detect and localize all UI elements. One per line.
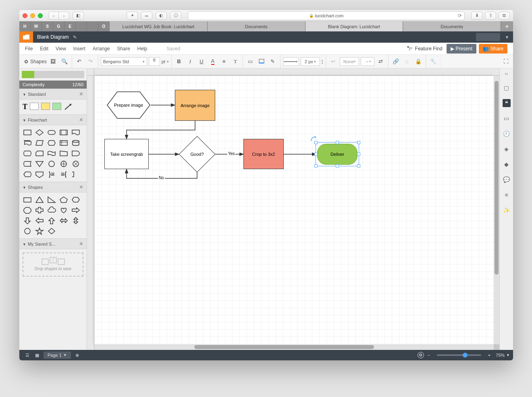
storage-icon[interactable]: ≡ [503, 191, 511, 199]
shape-offpage[interactable] [35, 170, 44, 178]
shape-pentagon[interactable] [59, 196, 69, 204]
line-style-select[interactable]: ▾ [283, 57, 299, 66]
underline-button[interactable]: U [197, 57, 206, 66]
node-crop[interactable]: Crop to 3x2 [243, 139, 284, 169]
arrow-end-select[interactable]: → ▾ [361, 57, 374, 66]
tab-group-s[interactable]: S [42, 21, 53, 31]
section-shapes-header[interactable]: ▼Shapes ✕ [19, 182, 87, 192]
border-color-button[interactable] [257, 57, 266, 66]
shape-merge[interactable] [35, 160, 44, 168]
quote-icon[interactable]: ❝ [503, 99, 511, 107]
shape-terminator[interactable] [47, 128, 56, 136]
shape-delay[interactable] [71, 149, 81, 157]
history-icon[interactable]: 🕘 [503, 130, 511, 138]
shape-rtri[interactable] [47, 196, 56, 204]
browser-tab[interactable]: Documents [208, 21, 305, 31]
arrow-tool[interactable] [64, 103, 73, 111]
swatch-green[interactable] [52, 103, 61, 110]
pencil-icon[interactable]: ✎ [73, 35, 77, 40]
line-color-button[interactable]: ✎ [268, 57, 278, 66]
tab-group-e[interactable]: E [64, 21, 76, 31]
swatch-white[interactable] [30, 103, 39, 110]
shape-arrow-left[interactable] [35, 217, 44, 225]
shape-heart[interactable] [59, 206, 69, 214]
dock-collapse[interactable]: ‹‹ [505, 71, 508, 77]
extension-icon-2[interactable]: ∞ [141, 12, 152, 20]
folder-icon[interactable] [19, 31, 33, 43]
redo-button[interactable]: ↷ [86, 57, 96, 66]
reload-icon[interactable]: ⟳ [458, 13, 462, 19]
shape-star[interactable] [35, 227, 44, 235]
zoom-in-button[interactable]: + [484, 351, 494, 359]
grid-view-button[interactable]: ▦ [32, 351, 42, 359]
scrollbar-vertical[interactable] [494, 76, 499, 344]
shape-card[interactable] [35, 149, 44, 157]
tab-group-apple2[interactable] [87, 21, 98, 31]
browser-tab[interactable]: Lucidchart WG Job Book: Lucidchart [110, 21, 208, 31]
text-color-button[interactable]: A [208, 57, 218, 66]
size-caret[interactable]: ▾ [167, 60, 169, 64]
shape-or[interactable] [59, 160, 69, 168]
fill-button[interactable]: ▭ [245, 57, 255, 66]
menu-arrange[interactable]: Arrange [93, 46, 110, 52]
tabs-icon[interactable]: ⧉ [499, 12, 510, 20]
data-icon[interactable]: ◆ [503, 160, 511, 168]
wrench-button[interactable]: 🔧 [428, 57, 438, 66]
user-menu-caret[interactable]: ▼ [503, 35, 511, 39]
magic-icon[interactable]: ✨ [503, 206, 511, 214]
shape-database[interactable] [71, 139, 81, 147]
font-size-input[interactable]: 8 [149, 57, 160, 66]
shape-arrow-lr[interactable] [59, 217, 69, 225]
shape-arrow-right[interactable] [71, 206, 81, 214]
new-tab-button[interactable]: + [501, 21, 513, 31]
section-standard-header[interactable]: ▼Standard ✕ [19, 89, 87, 99]
lock-button[interactable]: 🔒 [414, 57, 423, 66]
feature-find[interactable]: 🔭 Feature Find [407, 46, 443, 52]
shape-arrow-ud[interactable] [71, 217, 81, 225]
shape-stored[interactable] [23, 160, 32, 168]
shape-internal[interactable] [59, 139, 69, 147]
extension-icon-3[interactable]: ◐ [156, 12, 167, 20]
tab-group-w[interactable]: W [31, 21, 42, 31]
zoom-out-button[interactable]: − [424, 351, 434, 359]
menu-edit[interactable]: Edit [40, 46, 48, 52]
page-icon[interactable]: ▢ [503, 84, 511, 92]
forward-button[interactable]: › [59, 12, 69, 20]
shapes-library-button[interactable]: ✿ Shapes [24, 59, 47, 64]
node-take-screengrab[interactable]: Take screengrab [104, 139, 149, 169]
close-window-button[interactable] [23, 13, 27, 18]
shape-process[interactable] [23, 128, 32, 136]
shape-hexagon2[interactable] [71, 196, 81, 204]
scrollbar-horizontal[interactable] [94, 344, 494, 350]
doc-title[interactable]: Blank Diagram ✎ [37, 34, 77, 40]
address-bar[interactable]: 🔒 lucidchart.com ⟳ [188, 11, 465, 20]
menu-share[interactable]: Share [117, 46, 130, 52]
shape-decision[interactable] [35, 128, 44, 136]
saved-drop-zone[interactable]: T Drop shapes to save [23, 252, 83, 277]
shape-sum[interactable] [71, 160, 81, 168]
shape-document[interactable] [71, 128, 81, 136]
shape-manual[interactable] [59, 149, 69, 157]
browser-tab[interactable]: Documents [403, 21, 501, 31]
node-deliver[interactable]: Deliver [317, 144, 357, 165]
maximize-window-button[interactable] [38, 13, 43, 18]
shape-circle[interactable] [23, 227, 32, 235]
zoom-caret[interactable]: ▼ [506, 353, 510, 357]
swap-ends-button[interactable]: ⇄ [376, 57, 386, 66]
add-page-button[interactable]: ⊕ [73, 351, 82, 359]
shape-directdata[interactable] [23, 149, 32, 157]
browser-tab-active[interactable]: Blank Diagram: Lucidchart [305, 21, 403, 31]
shape-diamond2[interactable] [47, 227, 56, 235]
presentation-icon[interactable]: ▭ [503, 114, 511, 122]
shape-triangle[interactable] [35, 196, 44, 204]
shape-display[interactable] [23, 170, 32, 178]
sidebar-toggle-button[interactable]: ◧ [73, 12, 84, 20]
shape-octagon[interactable] [23, 206, 32, 214]
comment-icon[interactable]: 💬 [503, 176, 511, 184]
italic-button[interactable]: I [185, 57, 195, 66]
arrow-start-select[interactable]: None ▾ [340, 57, 359, 66]
page-tab[interactable]: Page 1 ▼ [44, 352, 71, 359]
menu-file[interactable]: File [25, 46, 33, 52]
section-saved-header[interactable]: ▼My Saved S... ✕ [19, 239, 87, 249]
shape-tape[interactable] [47, 149, 56, 157]
